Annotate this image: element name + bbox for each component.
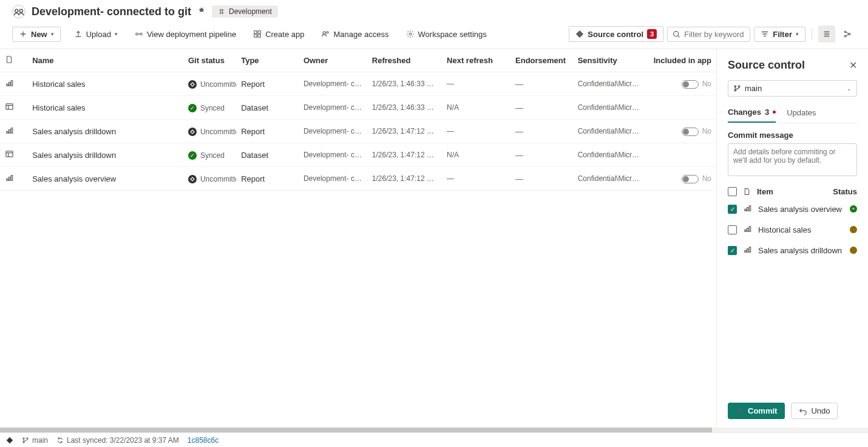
tab-updates[interactable]: Updates xyxy=(787,105,816,123)
filter-label: Filter xyxy=(773,30,792,39)
list-view-button[interactable] xyxy=(818,26,835,43)
item-name[interactable]: Historical sales xyxy=(27,96,183,120)
item-name[interactable]: Sales analysis overview xyxy=(27,167,183,191)
change-checkbox[interactable] xyxy=(728,246,737,255)
branch-dropdown[interactable]: main ⌄ xyxy=(728,80,857,97)
column-header-git-status[interactable]: Git status xyxy=(183,49,236,72)
branch-name: main xyxy=(745,84,762,93)
item-name[interactable]: Historical sales xyxy=(27,72,183,96)
status-commit-hash[interactable]: 1c858c6c xyxy=(188,436,219,445)
column-header-next-refresh[interactable]: Next refresh xyxy=(442,49,510,72)
status-sync-section[interactable]: Last synced: 3/22/2023 at 9:37 AM xyxy=(56,436,179,445)
change-item[interactable]: Sales analysis overview xyxy=(728,199,857,219)
table-row[interactable]: Sales analysis overview Uncommitted Repo… xyxy=(0,167,716,191)
item-sensitivity: Confidential\Microsof...ⓘ xyxy=(573,96,648,120)
chevron-down-icon: ▾ xyxy=(115,31,118,37)
workspace-settings-label: Workspace settings xyxy=(418,30,487,39)
tab-changes[interactable]: Changes 3 xyxy=(728,105,776,123)
column-header-icon[interactable] xyxy=(0,49,27,72)
item-name[interactable]: Sales analysis drilldown xyxy=(27,143,183,167)
tab-updates-label: Updates xyxy=(787,108,816,117)
commit-message-input[interactable] xyxy=(728,143,857,176)
item-owner: Development- conne... xyxy=(299,143,367,167)
item-type: Report xyxy=(236,72,299,96)
svg-point-10 xyxy=(409,33,412,35)
select-all-checkbox[interactable] xyxy=(728,187,737,196)
commit-button[interactable]: Commit xyxy=(728,403,785,419)
column-header-owner[interactable]: Owner xyxy=(299,49,367,72)
column-header-sensitivity[interactable]: Sensitivity xyxy=(573,49,648,72)
view-pipeline-button[interactable]: View deployment pipeline xyxy=(131,27,240,41)
filter-button[interactable]: Filter ▾ xyxy=(754,27,805,42)
lineage-view-button[interactable] xyxy=(839,26,856,43)
filter-keyword-input[interactable] xyxy=(684,30,745,39)
view-pipeline-label: View deployment pipeline xyxy=(147,30,236,39)
table-row[interactable]: Sales analysis drilldown Synced Dataset … xyxy=(0,143,716,167)
change-name: Sales analysis drilldown xyxy=(758,246,842,255)
svg-point-3 xyxy=(140,33,143,35)
svg-rect-15 xyxy=(7,84,8,86)
horizontal-scrollbar[interactable] xyxy=(0,428,868,432)
included-toggle[interactable] xyxy=(682,80,699,89)
change-name: Historical sales xyxy=(758,225,811,234)
create-app-label: Create app xyxy=(265,30,304,39)
svg-rect-20 xyxy=(9,130,10,134)
item-refreshed: 1/26/23, 1:46:33 PM xyxy=(367,96,442,120)
change-item[interactable]: Historical sales xyxy=(728,219,857,240)
chevron-down-icon: ▾ xyxy=(51,31,54,37)
chevron-down-icon: ⌄ xyxy=(847,86,852,92)
item-type: Dataset xyxy=(236,143,299,167)
svg-rect-33 xyxy=(747,228,748,232)
commit-button-label: Commit xyxy=(748,406,777,415)
upload-button[interactable]: Upload ▾ xyxy=(70,27,121,41)
undo-button-label: Undo xyxy=(811,406,830,415)
source-control-button[interactable]: Source control 3 xyxy=(569,26,663,42)
column-header-name[interactable]: Name xyxy=(27,49,183,72)
undo-button[interactable]: Undo xyxy=(791,403,838,419)
item-endorsement: — xyxy=(510,120,573,143)
undo-icon xyxy=(799,407,807,415)
dataset-icon xyxy=(5,151,14,160)
workspace-tag[interactable]: Development xyxy=(212,5,278,18)
table-row[interactable]: Historical sales Synced Dataset Developm… xyxy=(0,96,716,120)
svg-point-2 xyxy=(136,33,138,35)
workspace-icon xyxy=(12,5,25,18)
item-next-refresh: N/A xyxy=(442,143,510,167)
new-button[interactable]: New ▾ xyxy=(12,27,61,42)
column-header-included[interactable]: Included in app xyxy=(648,49,716,72)
item-endorsement: — xyxy=(510,96,573,120)
svg-rect-22 xyxy=(6,151,13,157)
status-branch-section[interactable]: main xyxy=(22,436,48,445)
report-icon xyxy=(743,203,752,214)
svg-rect-37 xyxy=(749,247,750,252)
close-icon[interactable]: ✕ xyxy=(849,60,857,71)
item-owner: Development- conne... xyxy=(299,72,367,96)
change-checkbox[interactable] xyxy=(728,225,737,234)
change-checkbox[interactable] xyxy=(728,205,737,214)
column-header-type[interactable]: Type xyxy=(236,49,299,72)
branch-icon xyxy=(733,84,741,92)
table-row[interactable]: Historical sales Uncommitted Report Deve… xyxy=(0,72,716,96)
svg-point-0 xyxy=(15,9,18,12)
item-refreshed: 1/26/23, 1:47:12 PM xyxy=(367,167,442,191)
included-value: No xyxy=(702,127,711,135)
included-toggle[interactable] xyxy=(682,175,699,183)
column-header-endorsement[interactable]: Endorsement xyxy=(510,49,573,72)
tab-changes-label: Changes xyxy=(728,107,761,117)
tab-changes-count: 3 xyxy=(765,107,769,117)
column-header-refreshed[interactable]: Refreshed xyxy=(367,49,442,72)
changes-header-item: Item xyxy=(757,187,773,196)
change-item[interactable]: Sales analysis drilldown xyxy=(728,240,857,261)
table-row[interactable]: Sales analysis drilldown Uncommitted Rep… xyxy=(0,120,716,143)
svg-point-41 xyxy=(27,437,28,438)
changes-indicator-icon xyxy=(773,111,776,114)
included-value: No xyxy=(702,174,711,183)
create-app-button[interactable]: Create app xyxy=(249,27,308,41)
included-toggle[interactable] xyxy=(682,128,699,136)
svg-rect-36 xyxy=(747,249,748,253)
source-control-label: Source control xyxy=(588,30,643,39)
filter-keyword-input-wrap[interactable] xyxy=(667,27,750,42)
item-name[interactable]: Sales analysis drilldown xyxy=(27,120,183,143)
manage-access-button[interactable]: Manage access xyxy=(317,27,392,41)
workspace-settings-button[interactable]: Workspace settings xyxy=(402,27,490,41)
